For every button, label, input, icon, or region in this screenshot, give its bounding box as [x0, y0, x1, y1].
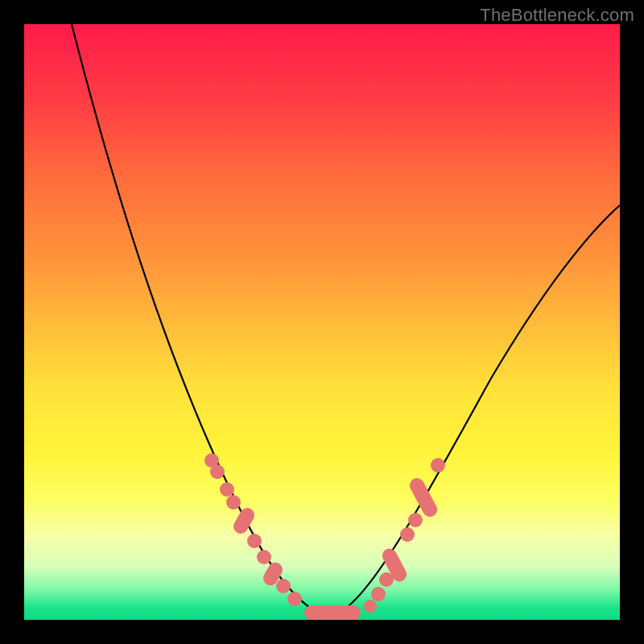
marker-pill: [407, 476, 440, 519]
marker-cluster-left: [204, 453, 302, 606]
marker-dot: [408, 513, 423, 527]
marker-pill: [304, 605, 361, 620]
chart-frame: TheBottleneck.com: [0, 0, 644, 644]
marker-dot: [257, 550, 271, 564]
curve-svg: [24, 24, 620, 620]
marker-dot: [431, 458, 445, 473]
plot-area: [24, 24, 620, 620]
marker-dot: [276, 579, 291, 593]
watermark-text: TheBottleneck.com: [480, 5, 634, 26]
marker-dot: [400, 527, 415, 542]
marker-dot: [364, 600, 377, 613]
bottleneck-curve: [72, 24, 620, 614]
marker-dot: [220, 482, 234, 497]
marker-dot: [287, 592, 302, 606]
marker-dot: [226, 495, 241, 510]
marker-cluster-bottom: [304, 600, 377, 620]
marker-dot: [371, 587, 386, 601]
marker-dot: [210, 464, 225, 479]
marker-pill: [231, 506, 258, 536]
marker-dot: [247, 534, 262, 548]
